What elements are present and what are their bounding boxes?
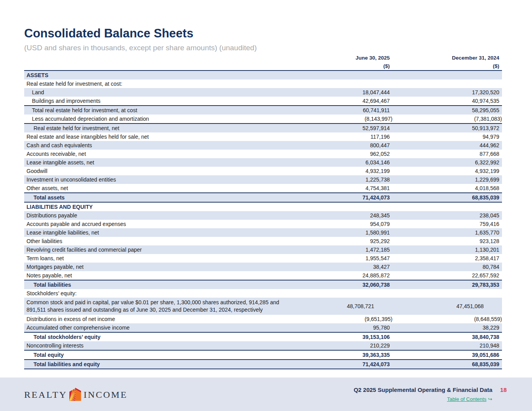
cell-value: 94,979: [483, 134, 499, 140]
value-december: 68,835,039: [390, 360, 502, 369]
table-row: Noncontrolling interests210,229210,948: [24, 341, 502, 350]
table-row: Investment in unconsolidated entities1,2…: [24, 175, 502, 184]
cell-value: 47,451,068: [456, 303, 484, 309]
cell-value: 6,034,146: [366, 159, 390, 166]
cell-value: 925,292: [370, 238, 390, 244]
cell-value: (7,381,083): [474, 116, 502, 122]
row-label: ASSETS: [24, 71, 304, 79]
table-row: Distributions in excess of net income(9,…: [24, 315, 502, 323]
page-subtitle: (USD and shares in thousands, except per…: [24, 44, 502, 52]
cell-value: 24,885,872: [362, 272, 390, 279]
value-december: 4,932,199: [390, 167, 502, 175]
cell-value: 4,018,568: [475, 185, 499, 191]
table-row: Lease intangible liabilities, net1,580,9…: [24, 228, 502, 237]
table-of-contents-link[interactable]: Table of Contents: [447, 396, 486, 402]
value-june: 38,427: [304, 263, 390, 271]
value-december: 238,045: [390, 212, 502, 220]
cell-value: 68,835,039: [472, 361, 499, 367]
table-row: Total liabilities and equity71,424,07368…: [24, 359, 502, 369]
cell-value: 32,060,738: [362, 282, 390, 288]
table-row: Common stock and paid in capital, par va…: [24, 298, 502, 315]
value-june: 962,052: [304, 150, 390, 158]
value-june: 32,060,738: [304, 281, 390, 289]
cell-value: 962,052: [370, 151, 390, 157]
column-unit-december: ($): [390, 62, 499, 70]
value-june: 24,885,872: [304, 272, 390, 280]
cell-value: 800,447: [370, 142, 390, 148]
cell-value: 38,229: [483, 325, 499, 331]
value-june: 248,345: [304, 212, 390, 220]
value-june: 52,597,914: [304, 124, 390, 132]
value-december: 38,229: [390, 324, 502, 332]
row-label: Stockholders’ equity:: [24, 289, 304, 298]
cell-value: 71,424,073: [362, 361, 390, 367]
value-june: 42,694,467: [304, 97, 390, 105]
column-header-june: June 30, 2025 ($): [304, 54, 390, 70]
value-december: 39,051,686: [390, 351, 502, 359]
value-december: 94,979: [390, 133, 502, 141]
row-label: Buildings and improvements: [24, 97, 304, 105]
row-label: Other assets, net: [24, 184, 304, 192]
balance-sheet-table: ASSETSReal estate held for investment, a…: [24, 70, 502, 369]
row-label: Noncontrolling interests: [24, 342, 304, 350]
table-row: Land18,047,44417,320,520: [24, 88, 502, 97]
cell-value: 39,051,686: [472, 352, 499, 358]
table-row: ASSETS: [24, 71, 502, 79]
value-june: 1,580,991: [304, 229, 390, 237]
value-december: 29,783,353: [390, 281, 502, 289]
value-june: 18,047,444: [304, 88, 390, 97]
cell-value: 4,932,199: [366, 168, 390, 174]
footer-bar: REALTY INCOME: [0, 377, 532, 411]
cell-value: 877,668: [479, 151, 499, 157]
value-june: 210,229: [304, 342, 390, 350]
cell-value: 50,913,972: [472, 125, 499, 131]
value-december: 2,358,417: [390, 254, 502, 263]
cell-value: 48,708,721: [347, 303, 374, 309]
value-june: 925,292: [304, 237, 390, 245]
table-row: Accounts receivable, net962,052877,668: [24, 150, 502, 158]
table-row: Real estate held for investment, net52,5…: [24, 123, 502, 132]
row-label: Term loans, net: [24, 254, 304, 263]
cell-value: 759,416: [479, 221, 499, 227]
footer-title-line: Q2 2025 Supplemental Operating & Financi…: [353, 386, 507, 393]
cell-value: 4,932,199: [475, 168, 499, 174]
table-row: Total equity39,363,33539,051,686: [24, 350, 502, 359]
table-row: Lease intangible assets, net6,034,1466,3…: [24, 158, 502, 167]
house-icon: [69, 388, 81, 401]
row-label: Revolving credit facilities and commerci…: [24, 246, 304, 254]
row-label: Land: [24, 88, 304, 97]
column-date-december: December 31, 2024: [390, 54, 499, 62]
row-label: Common stock and paid in capital, par va…: [24, 299, 288, 314]
row-label: Total stockholders’ equity: [24, 333, 304, 341]
cell-value: 38,840,738: [472, 334, 499, 340]
table-row: Accounts payable and accrued expenses954…: [24, 220, 502, 228]
table-row: Real estate held for investment, at cost…: [24, 79, 502, 88]
table-row: Total stockholders’ equity39,153,10638,8…: [24, 332, 502, 341]
value-december: 923,128: [390, 237, 502, 245]
row-label: Accounts payable and accrued expenses: [24, 220, 304, 228]
value-december: 210,948: [390, 342, 502, 350]
table-row: Notes payable, net24,885,87222,657,592: [24, 271, 502, 280]
value-december: 38,840,738: [390, 333, 502, 341]
cell-value: 39,153,106: [362, 334, 390, 340]
row-label: Total real estate held for investment, a…: [24, 106, 304, 115]
table-row: Total real estate held for investment, a…: [24, 105, 502, 115]
table-row: Revolving credit facilities and commerci…: [24, 245, 502, 254]
table-row: Mortgages payable, net38,42780,784: [24, 263, 502, 271]
value-december: 4,018,568: [390, 184, 502, 192]
cell-value: 60,741,911: [363, 107, 390, 113]
table-row: Real estate and lease intangibles held f…: [24, 132, 502, 141]
column-unit-june: ($): [304, 62, 390, 70]
row-label: Other liabilities: [24, 237, 304, 245]
row-label: Lease intangible liabilities, net: [24, 229, 304, 237]
value-june: 1,955,547: [304, 254, 390, 263]
cell-value: 210,229: [370, 342, 390, 349]
footer-right: Q2 2025 Supplemental Operating & Financi…: [353, 386, 507, 402]
row-label: Goodwill: [24, 167, 304, 175]
cell-value: 117,196: [370, 134, 390, 140]
table-row: Total liabilities32,060,73829,783,353: [24, 280, 502, 289]
row-label: Investment in unconsolidated entities: [24, 176, 304, 184]
cell-value: 68,835,039: [472, 194, 499, 201]
toc-line: Table of Contents ↪: [447, 396, 492, 402]
value-december: 22,657,592: [390, 272, 502, 280]
